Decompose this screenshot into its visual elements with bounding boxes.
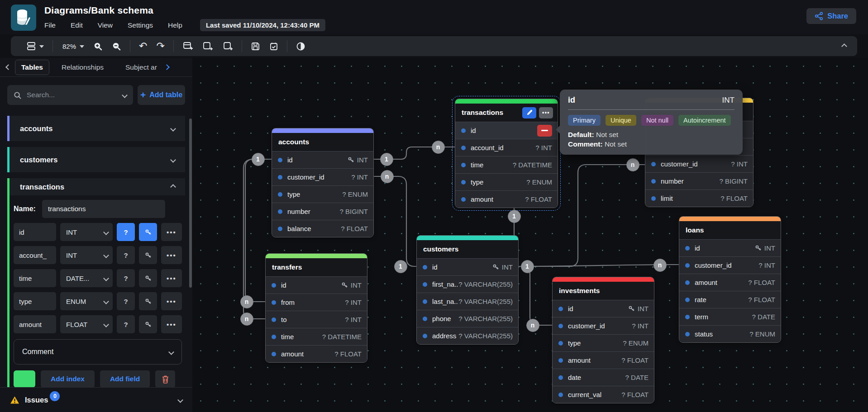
table-field-id[interactable]: id INT [266,276,367,294]
field-nullable-button[interactable]: ? [117,292,135,310]
add-index-button[interactable]: Add index [41,370,95,387]
table-header[interactable]: customers [417,240,518,258]
menu-help[interactable]: Help [168,21,182,29]
diagram-canvas[interactable]: accountsid INTcustomer_id? INTtype? ENUM… [192,58,868,412]
table-field-to[interactable]: to? INT [266,311,367,328]
todo-button[interactable] [267,40,281,53]
add-table-tool-button[interactable] [180,39,196,53]
menu-view[interactable]: View [98,21,113,29]
canvas-table-transfers[interactable]: transfersid INTfrom? INTto? INTtime? DAT… [265,253,367,363]
field-more-button[interactable]: ••• [161,292,182,310]
field-more-button[interactable]: ••• [161,223,182,241]
table-header[interactable]: investments [553,282,654,300]
canvas-table-customers[interactable]: customersid INTfirst_na...? VARCHAR(255)… [416,235,519,345]
chevron-down-icon[interactable] [170,157,176,163]
table-field-time[interactable]: time? DATETIME [455,156,558,173]
field-more-button[interactable]: ••• [161,269,182,287]
field-type-select[interactable]: INT [60,246,113,264]
field-nullable-button[interactable]: ? [117,269,135,287]
table-field-customer_id[interactable]: customer_id? INT [679,256,781,274]
menu-file[interactable]: File [44,21,56,29]
table-field-term[interactable]: term? DATE [679,308,781,325]
field-name-input[interactable]: amount [14,315,56,333]
table-field-date[interactable]: date? DATE [553,369,654,386]
table-field-number[interactable]: number? BIGINT [645,172,753,189]
sidebar-table-customers[interactable]: customers [7,147,185,172]
theme-toggle-button[interactable] [294,40,308,53]
field-more-button[interactable]: ••• [161,246,182,264]
field-type-select[interactable]: ENUM [60,292,113,310]
field-key-button[interactable] [139,292,157,310]
table-field-last_na...[interactable]: last_na...? VARCHAR(255) [417,293,518,310]
tabs-scroll-right-icon[interactable] [164,64,170,70]
table-field-type[interactable]: type? ENUM [553,334,654,351]
sidebar-scrollbar[interactable] [189,118,192,288]
table-field-amount[interactable]: amount? FLOAT [455,190,558,208]
zoom-out-button[interactable] [110,40,124,53]
add-note-button[interactable] [220,39,235,53]
table-field-customer_id[interactable]: customer_id? INT [645,155,753,172]
tab-tables[interactable]: Tables [15,60,49,75]
menu-edit[interactable]: Edit [71,21,83,29]
zoom-in-button[interactable] [91,40,105,53]
field-key-button[interactable] [139,246,157,264]
field-key-button[interactable] [139,315,157,333]
table-field-first_na...[interactable]: first_na...? VARCHAR(255) [417,275,518,293]
table-field-phone[interactable]: phone? VARCHAR(255) [417,310,518,327]
table-header[interactable]: accounts [272,133,373,151]
table-field-id[interactable]: id INT [417,258,518,275]
table-field-address[interactable]: address? VARCHAR(255) [417,327,518,344]
table-field-balance[interactable]: balance? FLOAT [272,220,373,237]
add-area-button[interactable] [200,39,215,53]
field-type-select[interactable]: DATE... [60,269,113,287]
table-field-id[interactable]: id INT [679,239,781,256]
delete-table-button[interactable] [155,370,175,387]
table-field-customer_id[interactable]: customer_id? INT [553,317,654,334]
undo-button[interactable]: ↶ [137,39,149,53]
table-header[interactable]: transactions••• [455,104,558,122]
table-field-limit[interactable]: limit? FLOAT [645,189,753,207]
field-type-select[interactable]: INT [60,223,113,241]
table-field-from[interactable]: from? INT [266,294,367,311]
field-type-select[interactable]: FLOAT [60,315,113,333]
table-field-type[interactable]: type? ENUM [455,173,558,190]
menu-settings[interactable]: Settings [128,21,153,29]
table-header[interactable]: loans [679,221,781,239]
field-key-button[interactable] [139,269,157,287]
table-field-amount[interactable]: amount? FLOAT [553,351,654,369]
canvas-table-transactions[interactable]: transactions•••idaccount_id? INTtime? DA… [455,99,558,208]
table-field-current_val[interactable]: current_val? FLOAT [553,386,654,403]
table-field-status[interactable]: status? ENUM [679,325,781,342]
sidebar-table-transactions-header[interactable]: transactions [7,178,185,195]
edit-table-button[interactable] [522,107,536,118]
save-button[interactable] [248,40,262,53]
add-field-button[interactable]: Add field [100,370,150,387]
tabs-scroll-left-icon[interactable] [5,64,11,70]
table-field-amount[interactable]: amount? FLOAT [679,274,781,291]
table-color-swatch[interactable] [14,370,35,387]
field-nullable-button[interactable]: ? [117,315,135,333]
field-key-button[interactable] [139,223,157,241]
tab-relationships[interactable]: Relationships [56,60,110,75]
chevron-down-icon[interactable] [122,92,128,98]
field-name-input[interactable]: type [14,292,56,310]
table-field-customer_id[interactable]: customer_id? INT [272,168,373,185]
table-field-rate[interactable]: rate? FLOAT [679,291,781,308]
search-input[interactable] [27,91,117,99]
field-nullable-button[interactable]: ? [117,246,135,264]
canvas-table-investments[interactable]: investmentsid INTcustomer_id? INTtype? E… [552,277,654,403]
chevron-down-icon[interactable] [177,397,183,403]
table-field-id[interactable]: id [455,122,558,139]
field-nullable-button[interactable]: ? [117,223,135,241]
table-field-number[interactable]: number? BIGINT [272,203,373,220]
redo-button[interactable]: ↷ [154,39,167,53]
field-name-input[interactable]: account_ [14,246,56,264]
table-field-id[interactable]: id INT [553,300,654,317]
chevron-down-icon[interactable] [170,126,176,132]
table-more-button[interactable]: ••• [539,107,553,118]
delete-field-button[interactable] [537,125,552,137]
field-name-input[interactable]: id [14,223,56,241]
table-search[interactable] [7,85,133,105]
chevron-up-icon[interactable] [170,184,176,190]
sidebar-table-accounts[interactable]: accounts [7,116,185,141]
